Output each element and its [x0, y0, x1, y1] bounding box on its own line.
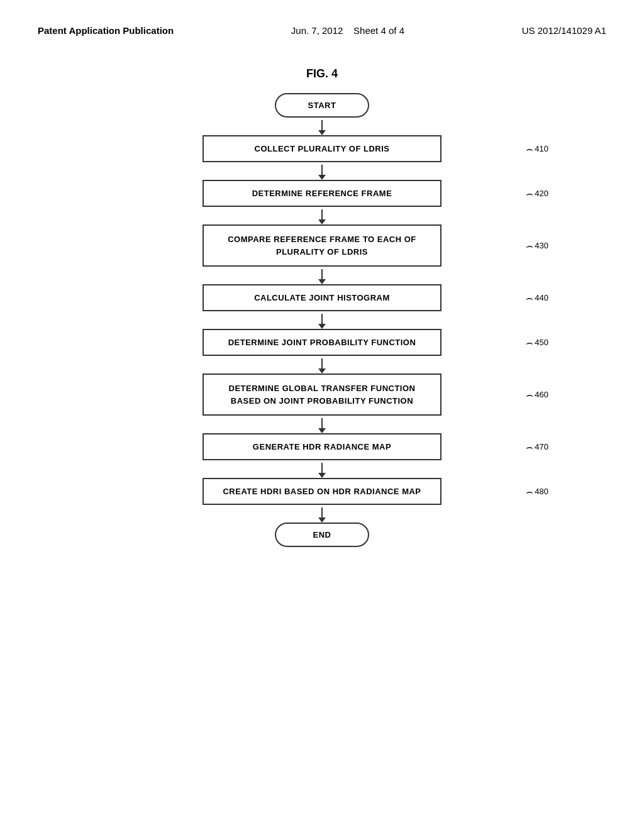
step470-row: GENERATE HDR RADIANCE MAP ⌢ 470 — [102, 433, 542, 460]
step480-num-text: 480 — [535, 487, 548, 496]
start-row: START — [102, 93, 542, 118]
header-right: US 2012/141029 A1 — [522, 25, 606, 36]
curved-mark-450: ⌢ — [526, 337, 533, 348]
page: Patent Application Publication Jun. 7, 2… — [0, 0, 644, 830]
step450-num-text: 450 — [535, 338, 548, 347]
step410-num-text: 410 — [535, 144, 548, 153]
curved-mark-480: ⌢ — [526, 486, 533, 497]
step440-num-text: 440 — [535, 293, 548, 302]
step480-number: ⌢ 480 — [526, 486, 548, 497]
arrow-3 — [321, 207, 323, 224]
step450-node: DETERMINE JOINT PROBABILITY FUNCTION — [203, 329, 441, 356]
step420-num-text: 420 — [535, 189, 548, 198]
step460-num-text: 460 — [535, 390, 548, 399]
arrow-5 — [321, 311, 323, 329]
step450-label: DETERMINE JOINT PROBABILITY FUNCTION — [228, 338, 416, 347]
step470-node: GENERATE HDR RADIANCE MAP — [203, 433, 441, 460]
step420-label: DETERMINE REFERENCE FRAME — [252, 189, 392, 198]
step430-label: COMPARE REFERENCE FRAME TO EACH OFPLURAL… — [228, 233, 416, 258]
end-row: END — [102, 523, 542, 547]
step430-node: COMPARE REFERENCE FRAME TO EACH OFPLURAL… — [203, 224, 441, 267]
step480-label: CREATE HDRI BASED ON HDR RADIANCE MAP — [223, 487, 421, 496]
start-node: START — [275, 93, 369, 118]
arrow-9 — [321, 505, 323, 523]
step460-number: ⌢ 460 — [526, 389, 548, 401]
step410-node: COLLECT PLURALITY OF LDRIS — [203, 135, 441, 162]
arrow-4 — [321, 267, 323, 284]
step440-label: CALCULATE JOINT HISTOGRAM — [254, 293, 390, 302]
step430-row: COMPARE REFERENCE FRAME TO EACH OFPLURAL… — [102, 224, 542, 267]
step460-label: DETERMINE GLOBAL TRANSFER FUNCTIONBASED … — [229, 382, 416, 407]
curved-mark-470: ⌢ — [526, 441, 533, 453]
curved-mark-430: ⌢ — [526, 240, 533, 252]
arrow-6 — [321, 356, 323, 374]
end-node: END — [275, 523, 369, 547]
step470-num-text: 470 — [535, 442, 548, 451]
step480-row: CREATE HDRI BASED ON HDR RADIANCE MAP ⌢ … — [102, 478, 542, 505]
step440-number: ⌢ 440 — [526, 292, 548, 304]
step450-row: DETERMINE JOINT PROBABILITY FUNCTION ⌢ 4… — [102, 329, 542, 356]
step410-label: COLLECT PLURALITY OF LDRIS — [255, 144, 390, 153]
step440-node: CALCULATE JOINT HISTOGRAM — [203, 284, 441, 311]
step410-row: COLLECT PLURALITY OF LDRIS ⌢ 410 — [102, 135, 542, 162]
arrow-7 — [321, 416, 323, 433]
header: Patent Application Publication Jun. 7, 2… — [0, 0, 644, 48]
step420-number: ⌢ 420 — [526, 188, 548, 199]
figure-title: FIG. 4 — [0, 67, 644, 80]
curved-mark-410: ⌢ — [526, 143, 533, 155]
step440-row: CALCULATE JOINT HISTOGRAM ⌢ 440 — [102, 284, 542, 311]
step420-row: DETERMINE REFERENCE FRAME ⌢ 420 — [102, 180, 542, 207]
step470-number: ⌢ 470 — [526, 441, 548, 453]
curved-mark-440: ⌢ — [526, 292, 533, 304]
header-sheet: Sheet 4 of 4 — [353, 25, 404, 36]
end-label: END — [313, 530, 331, 540]
step420-node: DETERMINE REFERENCE FRAME — [203, 180, 441, 207]
arrow-2 — [321, 162, 323, 180]
arrow-8 — [321, 460, 323, 478]
curved-mark-460: ⌢ — [526, 389, 533, 401]
step410-number: ⌢ 410 — [526, 143, 548, 155]
step460-row: DETERMINE GLOBAL TRANSFER FUNCTIONBASED … — [102, 374, 542, 416]
header-date: Jun. 7, 2012 — [291, 25, 343, 36]
step480-node: CREATE HDRI BASED ON HDR RADIANCE MAP — [203, 478, 441, 505]
header-left: Patent Application Publication — [38, 25, 174, 36]
arrow-1 — [321, 118, 323, 135]
step430-number: ⌢ 430 — [526, 240, 548, 252]
header-center: Jun. 7, 2012 Sheet 4 of 4 — [291, 25, 404, 36]
step470-label: GENERATE HDR RADIANCE MAP — [253, 442, 391, 451]
step450-number: ⌢ 450 — [526, 337, 548, 348]
flowchart: START COLLECT PLURALITY OF LDRIS ⌢ 410 D… — [0, 93, 644, 547]
curved-mark-420: ⌢ — [526, 188, 533, 199]
start-label: START — [308, 101, 336, 110]
step460-node: DETERMINE GLOBAL TRANSFER FUNCTIONBASED … — [203, 374, 441, 416]
step430-num-text: 430 — [535, 241, 548, 250]
